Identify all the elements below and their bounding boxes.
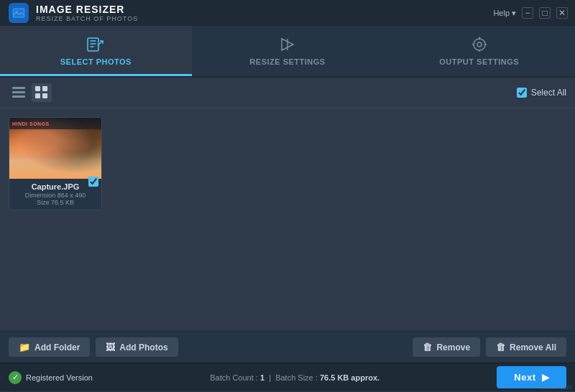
select-all-container[interactable]: Select All [517, 88, 566, 98]
nav-tabs: SELECT PHOTOS RESIZE SETTINGS OUTPUT SET… [0, 26, 575, 78]
photo-checkbox[interactable] [88, 177, 98, 187]
titlebar-controls: Help ▾ − □ ✕ [493, 7, 568, 19]
add-photos-button[interactable]: 🖼 Add Photos [96, 337, 178, 357]
toolbar: Select All [0, 78, 575, 108]
svg-rect-0 [14, 9, 24, 17]
registered-version: ✓ Registered Version [9, 371, 93, 384]
statusbar: ✓ Registered Version Batch Count : 1 | B… [0, 363, 575, 391]
close-button[interactable]: ✕ [556, 7, 568, 19]
svg-rect-11 [42, 86, 47, 91]
photo-name: Capture.JPG [14, 182, 97, 191]
registered-label: Registered Version [26, 373, 93, 382]
batch-size-label: Batch Size : [275, 373, 318, 382]
photo-size: Size 76.5 KB [14, 199, 97, 206]
svg-point-6 [477, 42, 482, 47]
batch-size-value: 76.5 KB approx. [320, 373, 380, 382]
remove-button[interactable]: 🗑 Remove [413, 337, 480, 357]
titlebar: IMAGE RESIZER RESIZE BATCH OF PHOTOS Hel… [0, 0, 575, 26]
add-folder-button[interactable]: 📁 Add Folder [9, 337, 90, 357]
trash-icon: 🗑 [423, 342, 432, 353]
batch-separator: | [269, 373, 271, 382]
tab-resize-settings-label: RESIZE SETTINGS [249, 57, 325, 66]
batch-count-label: Batch Count : [210, 373, 258, 382]
svg-rect-3 [88, 38, 98, 51]
trash-all-icon: 🗑 [496, 342, 505, 353]
remove-all-label: Remove All [510, 342, 556, 353]
grid-view-button[interactable] [32, 83, 52, 102]
app-title: IMAGE RESIZER [36, 4, 566, 15]
help-button[interactable]: Help ▾ [493, 9, 516, 18]
chevron-down-icon: ▾ [512, 9, 516, 18]
bottom-actions: 📁 Add Folder 🖼 Add Photos 🗑 Remove 🗑 Rem… [0, 331, 575, 363]
next-arrow-icon: ▶ [542, 372, 550, 383]
photo-info: Capture.JPG Dimension 864 x 490 Size 76.… [9, 179, 101, 210]
tab-output-settings[interactable]: OUTPUT SETTINGS [383, 26, 575, 76]
svg-rect-9 [12, 95, 25, 98]
remove-all-button[interactable]: 🗑 Remove All [486, 337, 566, 357]
content-area: HINDI SONGS Capture.JPG Dimension 864 x … [0, 108, 575, 331]
select-all-label[interactable]: Select All [531, 88, 566, 98]
next-label: Next [514, 372, 535, 383]
photo-card[interactable]: HINDI SONGS Capture.JPG Dimension 864 x … [9, 117, 102, 210]
batch-count-value: 1 [260, 373, 264, 382]
tab-select-photos-label: SELECT PHOTOS [60, 57, 132, 66]
photos-grid: HINDI SONGS Capture.JPG Dimension 864 x … [9, 117, 566, 210]
restore-button[interactable]: □ [539, 7, 551, 19]
tab-select-photos[interactable]: SELECT PHOTOS [0, 26, 192, 76]
select-all-checkbox[interactable] [517, 88, 527, 98]
next-button[interactable]: Next ▶ [497, 366, 566, 388]
folder-icon: 📁 [19, 342, 30, 353]
tab-output-settings-label: OUTPUT SETTINGS [439, 57, 519, 66]
app-title-block: IMAGE RESIZER RESIZE BATCH OF PHOTOS [36, 4, 566, 22]
svg-rect-7 [12, 87, 25, 89]
add-photos-label: Add Photos [119, 342, 167, 353]
batch-info: Batch Count : 1 | Batch Size : 76.5 KB a… [93, 373, 497, 382]
photo-thumbnail: HINDI SONGS [9, 118, 102, 179]
remove-label: Remove [436, 342, 470, 353]
svg-rect-13 [42, 93, 47, 98]
add-photo-icon: 🖼 [106, 342, 115, 353]
check-icon: ✓ [9, 371, 22, 384]
list-view-button[interactable] [9, 83, 29, 102]
app-logo [9, 3, 29, 23]
svg-rect-10 [35, 86, 40, 91]
minimize-button[interactable]: − [522, 7, 533, 19]
add-folder-label: Add Folder [34, 342, 80, 353]
tab-resize-settings[interactable]: RESIZE SETTINGS [192, 26, 384, 76]
svg-rect-12 [35, 93, 40, 98]
svg-point-5 [474, 39, 485, 50]
svg-rect-8 [12, 91, 25, 93]
photo-dimension: Dimension 864 x 490 [14, 192, 97, 199]
app-subtitle: RESIZE BATCH OF PHOTOS [36, 15, 566, 22]
